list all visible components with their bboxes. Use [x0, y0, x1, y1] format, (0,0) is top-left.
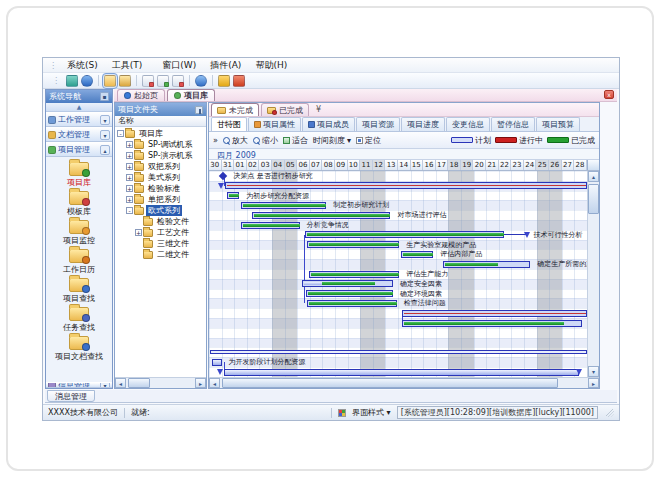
sidebar-item-项目库[interactable]: 项目库: [46, 162, 112, 188]
sidebar-item-工作日历[interactable]: 工作日历: [46, 249, 112, 275]
status-tab-未完成[interactable]: 未完成: [211, 103, 259, 116]
sidebar-section-信息管理[interactable]: 信息管理▾: [46, 382, 112, 388]
gantt-bar[interactable]: [224, 369, 579, 376]
zoom-out-button[interactable]: 缩小: [253, 135, 278, 146]
status-tab-已完成[interactable]: 已完成: [261, 103, 309, 116]
gantt-bar[interactable]: [306, 290, 393, 297]
doc-tab-项目库[interactable]: 项目库: [167, 89, 215, 101]
expand-icon[interactable]: +: [126, 174, 133, 181]
gantt-bar[interactable]: [307, 241, 399, 248]
doc-tab-起始页[interactable]: 起始页: [117, 89, 165, 101]
gantt-bar[interactable]: [227, 192, 239, 199]
menu-item-窗口(W)[interactable]: 窗口(W): [155, 59, 203, 72]
monitor-icon[interactable]: [66, 75, 78, 87]
close-icon[interactable]: x: [604, 90, 614, 99]
tree-row-双把系列[interactable]: +双把系列: [115, 161, 206, 172]
report-delete-icon[interactable]: [172, 75, 184, 87]
gantt-bar[interactable]: [307, 300, 396, 307]
fit-button[interactable]: 适合: [283, 135, 308, 146]
scroll-thumb[interactable]: [128, 378, 150, 388]
gantt-vertical-scrollbar[interactable]: ▴ ▾: [587, 171, 599, 377]
zoom-in-button[interactable]: 放大: [223, 135, 248, 146]
expand-icon[interactable]: +: [126, 141, 133, 148]
tree-row-工艺文件[interactable]: +工艺文件: [115, 227, 206, 238]
gantt-tab-项目资源[interactable]: 项目资源: [356, 117, 400, 131]
menu-item-工具(T)[interactable]: 工具(T): [105, 59, 150, 72]
scroll-left-icon[interactable]: ◂: [209, 378, 220, 388]
gantt-tab-暂停信息[interactable]: 暂停信息: [491, 117, 535, 131]
gantt-bar[interactable]: [241, 202, 327, 209]
menu-item-帮助(H)[interactable]: 帮助(H): [248, 59, 294, 72]
gantt-horizontal-scrollbar[interactable]: ◂ ▸: [209, 377, 599, 388]
sidebar-item-任务查找[interactable]: 任务查找: [46, 307, 112, 333]
tree-row-欧式系列[interactable]: -欧式系列: [115, 205, 206, 216]
tree-row-二维文件[interactable]: 二维文件: [115, 249, 206, 260]
gantt-bar[interactable]: [302, 280, 393, 287]
gantt-bar[interactable]: [305, 231, 504, 238]
sidebar-collapse-button[interactable]: ▲: [46, 103, 112, 112]
save-folder-icon[interactable]: [119, 75, 131, 87]
gantt-bar[interactable]: [210, 350, 587, 354]
timeline-corner-button[interactable]: [587, 160, 599, 170]
resize-grip[interactable]: [606, 409, 614, 417]
sidebar-item-项目文档查找[interactable]: 项目文档查找: [46, 336, 112, 362]
scroll-thumb[interactable]: [222, 378, 558, 388]
expand-icon[interactable]: +: [135, 229, 142, 236]
gantt-bar[interactable]: [309, 271, 400, 278]
globe-icon[interactable]: [81, 75, 93, 87]
sidebar-section-文档管理[interactable]: 文档管理▾: [46, 127, 112, 142]
toolbar-overflow-chevron[interactable]: »: [213, 136, 218, 145]
scroll-right-icon[interactable]: ▸: [588, 378, 599, 388]
gantt-bar[interactable]: [225, 182, 587, 189]
time-scale-button[interactable]: 时间刻度▾: [313, 135, 351, 146]
lock-icon[interactable]: [218, 75, 230, 87]
chevron-icon[interactable]: ▴: [100, 145, 110, 155]
gantt-tab-项目成员[interactable]: 项目成员: [302, 117, 355, 131]
tree-row-单把系列[interactable]: +单把系列: [115, 194, 206, 205]
gantt-bar[interactable]: [212, 359, 221, 366]
sidebar-item-模板库[interactable]: 模板库: [46, 191, 112, 217]
sidebar-options-button[interactable]: ▪: [100, 92, 109, 101]
expand-icon[interactable]: +: [126, 196, 133, 203]
gantt-bar[interactable]: [402, 320, 582, 327]
tree-row-SP-调试机系[interactable]: +SP-调试机系: [115, 139, 206, 150]
gantt-tab-变更信息[interactable]: 变更信息: [446, 117, 490, 131]
interface-style-button[interactable]: 界面样式 ▾: [352, 407, 391, 418]
menu-item-插件(A)[interactable]: 插件(A): [203, 59, 248, 72]
scroll-up-icon[interactable]: ▴: [588, 171, 599, 182]
sidebar-item-项目监控[interactable]: 项目监控: [46, 220, 112, 246]
chevron-icon[interactable]: ▾: [100, 382, 110, 388]
gantt-bar[interactable]: [252, 212, 391, 219]
expand-icon[interactable]: +: [126, 185, 133, 192]
sidebar-section-项目管理[interactable]: 项目管理▴: [46, 142, 112, 157]
help-icon[interactable]: [195, 75, 207, 87]
collapse-icon[interactable]: -: [117, 130, 124, 137]
tree-row-三维文件[interactable]: 三维文件: [115, 238, 206, 249]
sidebar-section-工作管理[interactable]: 工作管理▾: [46, 112, 112, 127]
pin-icon[interactable]: [195, 106, 203, 114]
logout-icon[interactable]: [233, 75, 245, 87]
expand-icon[interactable]: +: [126, 152, 133, 159]
gantt-bar[interactable]: [401, 251, 434, 258]
tab-overflow-button[interactable]: ¥: [316, 105, 321, 116]
report-new-icon[interactable]: [142, 75, 154, 87]
scroll-thumb[interactable]: [588, 184, 599, 214]
message-management-tab[interactable]: 消息管理: [47, 390, 95, 402]
gantt-tab-项目进度[interactable]: 项目进度: [401, 117, 445, 131]
report-refresh-icon[interactable]: [157, 75, 169, 87]
gantt-tab-项目预算[interactable]: 项目预算: [536, 117, 580, 131]
tree-row-美式系列[interactable]: +美式系列: [115, 172, 206, 183]
expand-icon[interactable]: +: [126, 163, 133, 170]
tree-row-SP-演示机系[interactable]: +SP-演示机系: [115, 150, 206, 161]
tree-row-检验标准[interactable]: +检验标准: [115, 183, 206, 194]
locate-button[interactable]: 定位: [356, 135, 381, 146]
gantt-tab-项目属性[interactable]: 项目属性: [248, 117, 301, 131]
tree-horizontal-scrollbar[interactable]: ◂ ▸: [115, 377, 206, 388]
scroll-down-icon[interactable]: ▾: [588, 366, 599, 377]
collapse-icon[interactable]: -: [126, 207, 133, 214]
gantt-tab-甘特图[interactable]: 甘特图: [211, 117, 247, 131]
open-folder-icon[interactable]: [104, 75, 116, 87]
tree-row-项目库[interactable]: -项目库: [115, 128, 206, 139]
scroll-right-icon[interactable]: ▸: [195, 378, 206, 388]
gantt-bar[interactable]: [443, 261, 530, 268]
